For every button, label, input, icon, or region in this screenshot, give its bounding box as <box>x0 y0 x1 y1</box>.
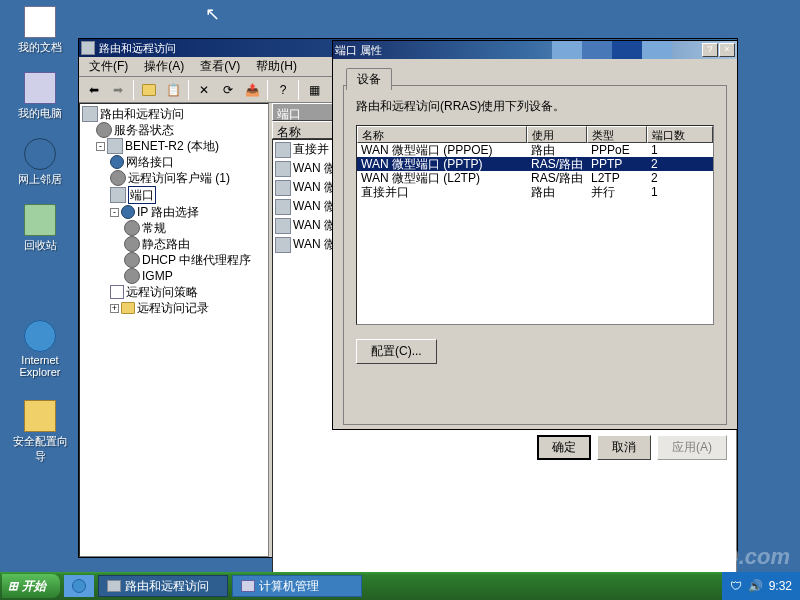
tree-dhcp-relay[interactable]: DHCP 中继代理程序 <box>82 252 266 268</box>
tree-ports[interactable]: 端口 <box>82 186 266 204</box>
desktop-icon-computer[interactable]: 我的电脑 <box>10 72 70 121</box>
folder-icon <box>121 302 135 314</box>
refresh-button[interactable]: ⟳ <box>217 79 239 101</box>
ie-icon <box>72 579 86 593</box>
desktop-icon-recycle[interactable]: 回收站 <box>10 204 70 253</box>
server-icon <box>82 106 98 122</box>
taskbar-item-rras[interactable]: 路由和远程访问 <box>98 575 228 597</box>
tree-local-server[interactable]: -BENET-R2 (本地) <box>82 138 266 154</box>
computer-icon <box>24 72 56 104</box>
tab-devices[interactable]: 设备 <box>346 68 392 90</box>
table-row[interactable]: WAN 微型端口 (L2TP)RAS/路由L2TP2 <box>357 171 713 185</box>
taskbar-item-compmgmt[interactable]: 计算机管理 <box>232 575 362 597</box>
clock[interactable]: 9:32 <box>769 579 792 593</box>
port-icon <box>275 142 291 158</box>
tree-general[interactable]: 常规 <box>82 220 266 236</box>
export-button[interactable]: 📤 <box>241 79 263 101</box>
table-row[interactable]: WAN 微型端口 (PPPOE)路由PPPoE1 <box>357 143 713 157</box>
clients-icon <box>110 170 126 186</box>
tree-root[interactable]: 路由和远程访问 <box>82 106 266 122</box>
desktop-icon-documents[interactable]: 我的文档 <box>10 6 70 55</box>
device-list-body: WAN 微型端口 (PPPOE)路由PPPoE1 WAN 微型端口 (PPTP)… <box>357 143 713 199</box>
tree-pane[interactable]: 路由和远程访问 服务器状态 -BENET-R2 (本地) 网络接口 远程访问客户… <box>79 103 269 557</box>
close-button[interactable]: × <box>719 43 735 57</box>
ie-icon <box>24 320 56 352</box>
tree-access-log[interactable]: +远程访问记录 <box>82 300 266 316</box>
node-icon <box>124 236 140 252</box>
shield-icon <box>24 400 56 432</box>
tray-icon[interactable]: 🛡 <box>730 579 742 593</box>
label: Internet Explorer <box>10 354 70 378</box>
device-list[interactable]: 名称 使用 类型 端口数 WAN 微型端口 (PPPOE)路由PPPoE1 WA… <box>356 125 714 325</box>
node-icon <box>124 220 140 236</box>
titlebar-decoration <box>552 41 672 59</box>
menu-file[interactable]: 文件(F) <box>81 56 136 77</box>
tray-icon[interactable]: 🔊 <box>748 579 763 593</box>
network-icon <box>24 138 56 170</box>
windows-logo-icon: ⊞ <box>8 579 18 593</box>
collapse-icon[interactable]: - <box>96 142 105 151</box>
label: 网上邻居 <box>10 172 70 187</box>
mouse-cursor-icon: ↖ <box>205 3 220 25</box>
menu-action[interactable]: 操作(A) <box>136 56 192 77</box>
recycle-icon <box>24 204 56 236</box>
dialog-title: 端口 属性 <box>335 43 552 58</box>
menu-help[interactable]: 帮助(H) <box>248 56 305 77</box>
extra-button[interactable]: ▦ <box>303 79 325 101</box>
tab-control: 设备 路由和远程访问(RRAS)使用下列设备。 名称 使用 类型 端口数 WAN… <box>343 85 727 425</box>
tree-access-policy[interactable]: 远程访问策略 <box>82 284 266 300</box>
configure-button[interactable]: 配置(C)... <box>356 339 437 364</box>
menu-view[interactable]: 查看(V) <box>192 56 248 77</box>
table-row[interactable]: WAN 微型端口 (PPTP)RAS/路由PPTP2 <box>357 157 713 171</box>
help-button[interactable]: ? <box>272 79 294 101</box>
label: 我的电脑 <box>10 106 70 121</box>
col-name[interactable]: 名称 <box>357 126 527 143</box>
col-count[interactable]: 端口数 <box>647 126 713 143</box>
collapse-icon[interactable]: - <box>110 208 119 217</box>
gear-icon <box>96 122 112 138</box>
expand-icon[interactable]: + <box>110 304 119 313</box>
app-icon <box>81 41 95 55</box>
forward-button[interactable]: ➡ <box>107 79 129 101</box>
table-row[interactable]: 直接并口路由并行1 <box>357 185 713 199</box>
node-icon <box>124 252 140 268</box>
apply-button[interactable]: 应用(A) <box>657 435 727 460</box>
dialog-titlebar[interactable]: 端口 属性 ? × <box>333 41 737 59</box>
port-icon <box>275 237 291 253</box>
back-button[interactable]: ⬅ <box>83 79 105 101</box>
label: 安全配置向导 <box>10 434 70 464</box>
tree-remote-clients[interactable]: 远程访问客户端 (1) <box>82 170 266 186</box>
taskbar: ⊞ 开始 路由和远程访问 计算机管理 🛡 🔊 9:32 <box>0 572 800 600</box>
policy-icon <box>110 285 124 299</box>
tree-igmp[interactable]: IGMP <box>82 268 266 284</box>
properties-button[interactable]: 📋 <box>162 79 184 101</box>
delete-button[interactable]: ✕ <box>193 79 215 101</box>
tree-server-status[interactable]: 服务器状态 <box>82 122 266 138</box>
dialog-buttons: 确定 取消 应用(A) <box>343 435 727 460</box>
ok-button[interactable]: 确定 <box>537 435 591 460</box>
col-use[interactable]: 使用 <box>527 126 587 143</box>
desktop-icon-network[interactable]: 网上邻居 <box>10 138 70 187</box>
app-icon <box>241 580 255 592</box>
port-icon <box>275 199 291 215</box>
desktop-icon-ie[interactable]: Internet Explorer <box>10 320 70 378</box>
port-icon <box>275 218 291 234</box>
documents-icon <box>24 6 56 38</box>
system-tray[interactable]: 🛡 🔊 9:32 <box>722 572 800 600</box>
interface-icon <box>110 155 124 169</box>
app-icon <box>107 580 121 592</box>
ports-icon <box>110 187 126 203</box>
up-button[interactable] <box>138 79 160 101</box>
routing-icon <box>121 205 135 219</box>
col-type[interactable]: 类型 <box>587 126 647 143</box>
help-button[interactable]: ? <box>702 43 718 57</box>
device-list-header: 名称 使用 类型 端口数 <box>357 126 713 143</box>
watermark: 51CTO.com <box>668 544 790 570</box>
desktop-icon-security[interactable]: 安全配置向导 <box>10 400 70 464</box>
start-button[interactable]: ⊞ 开始 <box>2 574 60 598</box>
tree-static-routes[interactable]: 静态路由 <box>82 236 266 252</box>
tree-network-interfaces[interactable]: 网络接口 <box>82 154 266 170</box>
quicklaunch-ie[interactable] <box>64 575 94 597</box>
tree-ip-routing[interactable]: -IP 路由选择 <box>82 204 266 220</box>
cancel-button[interactable]: 取消 <box>597 435 651 460</box>
